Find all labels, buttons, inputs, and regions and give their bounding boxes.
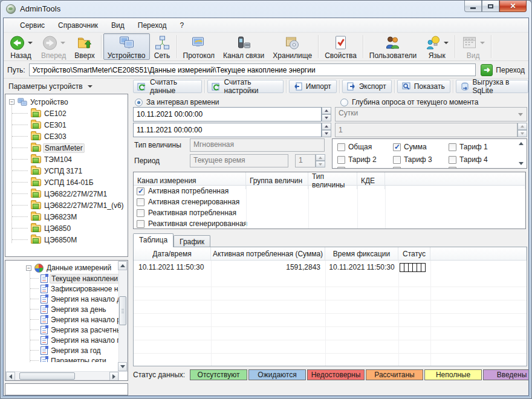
radio-depth[interactable]: Глубина опроса от текущего момента (340, 98, 478, 106)
tree-item[interactable]: Энергия на начало р (5, 314, 128, 325)
date-to-spinner[interactable] (322, 123, 331, 137)
checkbox-sum[interactable]: Сумма (393, 143, 449, 151)
tree-item[interactable]: CE301 (5, 119, 128, 131)
scrollbar-thumb[interactable] (19, 372, 75, 380)
sqlite-export-button[interactable]: Выгрузка в SqLite (456, 80, 528, 93)
value-type-input[interactable]: Мгновенная (190, 138, 325, 152)
tree-item[interactable]: Энергия на начало д (5, 294, 128, 304)
tree-item[interactable]: ЦЭ6823М (5, 211, 128, 222)
forward-button[interactable]: Вперед (37, 33, 70, 60)
column-header[interactable]: Дата/время (134, 247, 211, 260)
export-button[interactable]: Экспорт (342, 80, 392, 93)
tree-item-selected[interactable]: Текущее накоплени (5, 273, 128, 284)
tree-item[interactable]: Энергия за день (5, 304, 128, 314)
show-button[interactable]: Показать (397, 80, 450, 93)
import-button[interactable]: Импорт (289, 80, 337, 93)
column-header[interactable]: Тип величины (308, 172, 357, 189)
tree-item[interactable]: ТЭМ104 (5, 154, 128, 165)
channel-row[interactable]: Реактивная потребленная (134, 207, 525, 218)
menu-help[interactable]: ? (173, 19, 190, 32)
close-button[interactable]: ✕ (499, 1, 527, 12)
checkbox-icon[interactable] (137, 220, 144, 228)
checkbox-icon[interactable] (137, 209, 144, 217)
radio-interval[interactable]: За интервал времени (135, 98, 219, 106)
collapse-icon[interactable]: − (26, 265, 31, 271)
date-to-input[interactable] (133, 123, 322, 137)
tree-item[interactable]: Энергия на начало г (5, 335, 128, 345)
network-button[interactable]: Сеть (150, 33, 175, 60)
tree-item[interactable]: Энергия за год (5, 345, 128, 355)
depth-unit-combo[interactable]: Сутки (335, 107, 527, 122)
users-button[interactable]: Пользователи (365, 33, 421, 60)
date-from-input[interactable] (133, 107, 322, 122)
tree-item[interactable]: Параметры сети (5, 355, 128, 362)
tree-item[interactable]: ЦЭ6822/27М/27М1_(v6) (5, 199, 128, 211)
menu-navigate[interactable]: Переход (131, 19, 174, 32)
storage-button[interactable]: Хранилище (268, 33, 316, 60)
tab-graph[interactable]: График (174, 235, 210, 247)
depth-count-input[interactable] (335, 123, 517, 137)
tree-item[interactable]: УСПД 164-01Б (5, 177, 128, 188)
tab-table[interactable]: Таблица (133, 233, 174, 247)
column-header[interactable]: Группа величин (246, 172, 308, 189)
channel-row[interactable]: Активная сгенерированная (134, 196, 525, 207)
tree-item[interactable]: УСПД 3171 (5, 165, 128, 177)
checkbox-total[interactable]: Общая (337, 143, 393, 151)
menu-view[interactable]: Вид (105, 19, 131, 32)
tree-item[interactable]: Энергия за расчетны (5, 325, 128, 335)
tariff-scrollbar[interactable] (517, 140, 525, 167)
tree-root-device[interactable]: − Устройство (5, 96, 128, 108)
back-dropdown-icon[interactable] (28, 42, 33, 44)
scroll-right-button[interactable] (109, 372, 118, 381)
up-button[interactable]: Вверх (70, 33, 99, 60)
language-dropdown-icon[interactable] (444, 42, 449, 44)
tree-item[interactable]: Зафиксированное на (5, 284, 128, 294)
checkbox-tariff1[interactable]: Тариф 1 (449, 143, 504, 151)
checkbox-icon[interactable] (137, 198, 144, 206)
tree-item[interactable]: ЦЭ6822/27М/27М1 (5, 188, 128, 199)
channel-row[interactable]: Реактивная сгенерированная (134, 218, 525, 229)
date-from-spinner[interactable] (322, 107, 331, 122)
scrollbar-thumb[interactable] (119, 296, 126, 325)
column-header[interactable]: Время фиксации (325, 247, 398, 260)
vertical-scrollbar[interactable] (118, 261, 128, 372)
go-label[interactable]: Переход (496, 66, 525, 74)
period-count-input[interactable]: 1 (295, 154, 316, 167)
menu-reference[interactable]: Справочник (51, 19, 105, 32)
path-input[interactable] (29, 63, 476, 76)
horizontal-scrollbar[interactable] (5, 371, 119, 380)
read-data-button[interactable]: Считать данные (133, 80, 202, 93)
device-button[interactable]: Устройство (103, 33, 150, 60)
result-row[interactable]: 10.11.2021 11:50:30 1591,2843 10.11.2021… (134, 261, 527, 274)
scroll-left-button[interactable] (6, 372, 15, 381)
tree-item-selected[interactable]: SmartMeter (5, 142, 128, 154)
checkbox-checked-icon[interactable] (137, 187, 144, 195)
column-header[interactable]: Активная потребленная (Сумма) (211, 247, 325, 260)
menu-service[interactable]: Сервис (13, 19, 51, 32)
tree-item[interactable]: CE102 (5, 108, 128, 119)
column-header[interactable]: Статус (398, 247, 430, 260)
properties-button[interactable]: Свойства (320, 33, 361, 60)
minimize-button[interactable] (464, 1, 482, 12)
checkbox-tariff3[interactable]: Тариф 3 (393, 155, 449, 164)
tree-item[interactable]: ЦЭ6850М (5, 234, 128, 245)
device-params-dropdown[interactable]: Параметры устройств (4, 79, 129, 94)
protocol-button[interactable]: Протокол (179, 33, 219, 60)
collapse-icon[interactable]: − (9, 99, 15, 105)
scroll-down-button[interactable] (118, 362, 127, 371)
channel-button[interactable]: Канал связи (219, 33, 268, 60)
checkbox-tariff2[interactable]: Тариф 2 (337, 155, 393, 164)
tree-item[interactable]: ЦЭ6850 (5, 222, 128, 234)
scroll-up-icon[interactable] (519, 142, 524, 145)
scroll-up-button[interactable] (118, 261, 127, 270)
scroll-down-icon[interactable] (519, 162, 524, 165)
back-button[interactable]: Назад (5, 33, 37, 60)
column-header[interactable]: КДЕ (357, 172, 385, 189)
period-input[interactable]: Текущее время (190, 154, 288, 167)
checkbox-tariff4[interactable]: Тариф 4 (449, 155, 504, 164)
tree-root-measure-data[interactable]: − Данные измерений (5, 262, 128, 273)
column-header[interactable]: Канал измерения (134, 172, 246, 189)
go-icon[interactable]: ➜ (481, 64, 493, 76)
language-button[interactable]: Язык (421, 33, 453, 60)
maximize-button[interactable] (482, 1, 499, 12)
